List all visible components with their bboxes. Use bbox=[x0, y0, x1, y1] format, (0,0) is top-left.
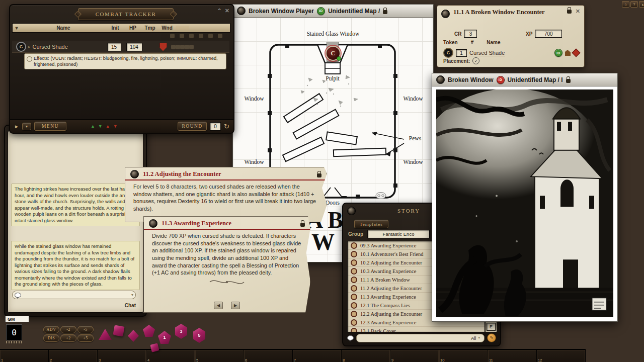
radial-menu-icon[interactable] bbox=[130, 170, 139, 178]
defense-shield-icon[interactable] bbox=[159, 43, 167, 51]
modifier-plus2[interactable]: +2 bbox=[60, 334, 76, 342]
count-field[interactable]: 1 bbox=[456, 49, 467, 57]
d4-die[interactable] bbox=[99, 329, 112, 340]
chat-scroll-icon[interactable]: ▾ bbox=[131, 293, 133, 297]
d6-die[interactable] bbox=[113, 325, 124, 336]
hotbar-slot[interactable]: 2 bbox=[49, 350, 98, 362]
npc-token[interactable]: C bbox=[443, 48, 453, 58]
radial-menu-icon[interactable] bbox=[149, 219, 157, 228]
cursed-shade-token[interactable]: C bbox=[326, 46, 341, 61]
speech-bubble-icon bbox=[15, 293, 21, 298]
hotbar-slot[interactable]: 8 bbox=[342, 350, 390, 362]
target-pointer-icon[interactable]: ► bbox=[14, 124, 19, 129]
identified-badge-icon[interactable]: ID bbox=[317, 7, 325, 15]
filter-bar[interactable]: All ▾ bbox=[356, 334, 485, 342]
d20-die[interactable]: 5 bbox=[192, 328, 206, 343]
chat-mode-label: Chat bbox=[125, 303, 136, 308]
radial-menu-icon[interactable] bbox=[436, 75, 445, 84]
story-icon bbox=[351, 311, 357, 317]
init-field[interactable]: 15 bbox=[107, 43, 121, 51]
modifier-adv[interactable]: ADV bbox=[43, 326, 59, 333]
hotbar-slot[interactable]: 7 bbox=[293, 350, 342, 362]
tracker-toolbar: ► ▾ MENU ▲ ▼ ▲ ▼ ROUND 0 ↻ bbox=[10, 119, 233, 133]
tab-templates[interactable]: Templates bbox=[354, 220, 388, 228]
unidentified-badge-icon[interactable]: ID bbox=[497, 76, 505, 84]
xp-field[interactable]: 700 bbox=[535, 30, 562, 38]
collapse-icon[interactable]: ⌃ bbox=[217, 8, 222, 14]
radial-menu-icon[interactable] bbox=[237, 7, 246, 15]
modifier-dis[interactable]: DIS bbox=[43, 334, 59, 342]
close-icon[interactable]: ✕ bbox=[225, 8, 229, 14]
hotbar-slot[interactable]: 1 bbox=[0, 350, 49, 362]
story-title: 11.3 Awarding Experience bbox=[162, 220, 296, 227]
collapse-icon[interactable]: ▴ bbox=[639, 1, 644, 8]
round-counter[interactable]: 0 bbox=[210, 122, 221, 131]
story-list-title: STORY bbox=[397, 208, 420, 214]
lock-icon[interactable] bbox=[567, 10, 572, 14]
hotbar-slot[interactable]: 10 bbox=[439, 350, 488, 362]
lock-icon[interactable] bbox=[300, 223, 305, 227]
next-round-icon[interactable]: ↻ bbox=[224, 123, 229, 130]
column-init: Init bbox=[106, 25, 124, 31]
prev-actor-up-icon[interactable]: ▲ bbox=[106, 124, 110, 129]
list-item[interactable]: 13.1 Back Cover bbox=[348, 327, 485, 332]
hotbar: 1 2 3 4 5 6 7 8 9 10 11 12 bbox=[0, 349, 586, 362]
group-dropdown[interactable]: Fantastic Enco bbox=[367, 230, 430, 238]
modifier-minus5[interactable]: -5 bbox=[77, 326, 94, 333]
hp-field[interactable]: 104 bbox=[126, 43, 142, 51]
map-titlebar[interactable]: Broken Window Player ID Unidentified Map… bbox=[233, 5, 433, 18]
d10-die[interactable] bbox=[143, 325, 155, 337]
d8-die[interactable] bbox=[128, 330, 139, 342]
d12-die[interactable]: 1 bbox=[158, 331, 171, 344]
column-icon bbox=[189, 34, 194, 38]
home-icon[interactable]: ⌂ bbox=[622, 1, 629, 8]
speech-bubble-icon[interactable] bbox=[347, 335, 354, 340]
lock-icon[interactable] bbox=[566, 79, 571, 83]
modifier-plus5[interactable]: +5 bbox=[77, 334, 94, 342]
hotbar-slot[interactable]: 5 bbox=[195, 350, 244, 362]
radial-menu-icon[interactable] bbox=[441, 10, 450, 18]
combatant-token[interactable]: C bbox=[16, 42, 26, 52]
combatant-row[interactable]: C ▸ Cursed Shade 15 104 bbox=[12, 41, 229, 53]
identified-badge-icon[interactable]: ID bbox=[554, 49, 562, 57]
edit-pencil-button[interactable]: ✎ bbox=[487, 333, 496, 342]
chat-input[interactable]: ▾ bbox=[12, 291, 136, 299]
next-actor-down-icon[interactable]: ▼ bbox=[98, 124, 103, 129]
hotbar-slot[interactable]: 11 bbox=[488, 350, 537, 362]
npc-row[interactable]: C 1 Cursed Shade ID bbox=[443, 48, 579, 58]
hotbar-slot[interactable]: 3 bbox=[98, 350, 146, 362]
scroll-end-button[interactable]: E bbox=[487, 323, 496, 331]
image-titlebar[interactable]: Broken Window ID Unidentified Map / I bbox=[432, 73, 617, 86]
menu-chevron-icon[interactable]: ▾ bbox=[22, 123, 31, 130]
lock-icon[interactable] bbox=[383, 10, 387, 14]
menu-button[interactable]: MENU bbox=[34, 122, 66, 131]
hotbar-slot[interactable]: 9 bbox=[390, 350, 439, 362]
screen-corner-controls: ⌂ ? ▴ bbox=[622, 1, 644, 8]
close-icon[interactable]: ✕ bbox=[576, 9, 580, 14]
prev-page-button[interactable]: ◀ bbox=[214, 302, 223, 309]
illustration-canvas[interactable] bbox=[436, 89, 613, 317]
chevron-down-icon[interactable]: ▾ bbox=[13, 25, 21, 31]
map-name: Unidentified Map / bbox=[328, 8, 380, 15]
npc-name[interactable]: Cursed Shade bbox=[469, 50, 505, 56]
column-icon bbox=[208, 34, 213, 38]
die-icon[interactable] bbox=[572, 49, 581, 57]
filter-all-label: All bbox=[471, 335, 476, 341]
cr-field[interactable]: 3 bbox=[464, 30, 477, 38]
chat-log[interactable]: The lightning strikes have increased ove… bbox=[8, 131, 143, 313]
house-icon[interactable] bbox=[565, 52, 571, 56]
next-page-button[interactable]: ▶ bbox=[231, 302, 240, 309]
combatant-name[interactable]: Cursed Shade bbox=[33, 44, 107, 50]
d20-die[interactable]: 3 bbox=[174, 324, 188, 339]
modifier-counter[interactable]: 0 bbox=[6, 324, 22, 340]
hotbar-slot[interactable]: 6 bbox=[244, 350, 293, 362]
lock-icon[interactable] bbox=[317, 173, 321, 177]
hotbar-slot[interactable]: 12 bbox=[537, 350, 586, 362]
modifier-minus2[interactable]: -2 bbox=[60, 326, 76, 333]
next-actor-up-icon[interactable]: ▲ bbox=[91, 124, 95, 129]
expand-chevron-icon[interactable]: ▸ bbox=[28, 44, 31, 49]
placement-check-icon[interactable]: ✓ bbox=[472, 57, 479, 64]
radial-menu-icon[interactable] bbox=[347, 207, 356, 215]
prev-actor-down-icon[interactable]: ▼ bbox=[113, 124, 118, 129]
help-icon[interactable]: ? bbox=[630, 1, 638, 8]
